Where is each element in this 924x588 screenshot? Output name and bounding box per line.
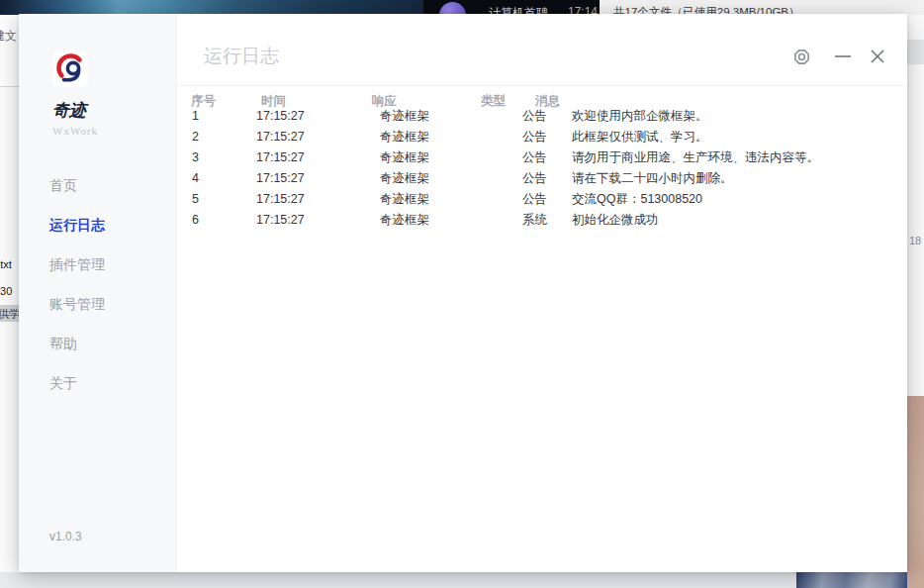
log-cell-message: 初始化企微成功 <box>572 210 659 231</box>
background-photo-corner <box>907 572 924 588</box>
minimize-icon <box>835 55 851 57</box>
log-cell-message: 欢迎使用内部企微框架。 <box>572 106 708 127</box>
log-cell-time: 17:15:27 <box>256 168 305 189</box>
version-label: v1.0.3 <box>49 529 82 544</box>
log-row: 417:15:27奇迹框架公告请在下载二十四小时内删除。 <box>177 168 907 189</box>
log-cell-time: 17:15:27 <box>256 210 305 231</box>
brand-subtitle: WxWork <box>52 125 98 137</box>
log-cell-response: 奇迹框架 <box>380 106 429 127</box>
sidebar-item-home[interactable]: 首页 <box>49 166 176 206</box>
sidebar: 奇迹 WxWork 首页运行日志插件管理账号管理帮助关于 v1.0.3 <box>19 14 177 572</box>
background-fragment-text: 建文 <box>0 28 17 45</box>
background-fragment-number: 130 <box>0 285 12 297</box>
miracle-logo-icon <box>52 51 88 87</box>
log-cell-no: 3 <box>192 147 199 168</box>
log-row: 217:15:27奇迹框架公告此框架仅供测试、学习。 <box>177 127 907 147</box>
log-cell-type: 公告 <box>522 168 547 189</box>
background-fragment-18: 18 <box>909 235 921 246</box>
log-cell-message: 此框架仅供测试、学习。 <box>572 127 708 147</box>
log-rows: 117:15:27奇迹框架公告欢迎使用内部企微框架。217:15:27奇迹框架公… <box>177 106 907 231</box>
background-fragment-note: 供学 <box>0 307 19 322</box>
log-row: 617:15:27奇迹框架系统初始化企微成功 <box>177 210 907 231</box>
log-cell-type: 公告 <box>522 127 547 147</box>
sidebar-item-account-manage[interactable]: 账号管理 <box>49 285 176 325</box>
background-photo-edge <box>907 396 924 572</box>
log-cell-message: 请勿用于商业用途、生产环境、违法内容等。 <box>572 147 819 168</box>
log-row: 317:15:27奇迹框架公告请勿用于商业用途、生产环境、违法内容等。 <box>177 147 907 168</box>
settings-icon <box>792 48 811 66</box>
log-cell-response: 奇迹框架 <box>380 147 429 168</box>
sidebar-item-plugin-manage[interactable]: 插件管理 <box>49 245 176 285</box>
close-icon <box>869 48 886 65</box>
sidebar-item-about[interactable]: 关于 <box>49 364 176 404</box>
log-cell-response: 奇迹框架 <box>380 189 429 210</box>
log-cell-time: 17:15:27 <box>256 189 305 210</box>
log-cell-no: 2 <box>192 127 199 147</box>
log-cell-time: 17:15:27 <box>256 147 305 168</box>
log-cell-type: 公告 <box>522 147 547 168</box>
log-cell-type: 公告 <box>522 189 547 210</box>
background-right-strip: 18 <box>907 15 924 572</box>
background-files-summary: 共17个文件（已使用29.3MB/10GB） <box>600 0 924 15</box>
background-band <box>907 40 924 64</box>
log-cell-response: 奇迹框架 <box>380 127 429 147</box>
log-cell-message: 请在下载二十四小时内删除。 <box>572 168 733 189</box>
settings-button[interactable] <box>788 44 814 69</box>
background-wallpaper-strip <box>0 0 425 15</box>
background-dark-titlebar: 计算机首聘 17:14 <box>423 0 600 15</box>
brand-name: 奇迹 <box>52 99 86 122</box>
app-window: 奇迹 WxWork 首页运行日志插件管理账号管理帮助关于 v1.0.3 运行日志 <box>19 14 907 572</box>
log-table-header: 序号 时间 响应 类型 消息 <box>177 85 907 106</box>
close-button[interactable] <box>865 44 890 69</box>
log-row: 517:15:27奇迹框架公告交流QQ群：513008520 <box>177 189 907 210</box>
log-cell-response: 奇迹框架 <box>380 210 429 231</box>
content-pane: 运行日志 序号 时间 响应 <box>177 14 907 572</box>
log-cell-message: 交流QQ群：513008520 <box>572 189 702 210</box>
log-cell-time: 17:15:27 <box>256 106 305 127</box>
log-cell-response: 奇迹框架 <box>380 168 429 189</box>
log-cell-type: 公告 <box>522 106 547 127</box>
log-cell-no: 6 <box>192 210 199 231</box>
page-title: 运行日志 <box>204 44 279 69</box>
sidebar-nav: 首页运行日志插件管理账号管理帮助关于 <box>49 166 176 404</box>
log-row: 117:15:27奇迹框架公告欢迎使用内部企微框架。 <box>177 106 907 127</box>
log-cell-type: 系统 <box>522 210 547 231</box>
minimize-button[interactable] <box>830 44 856 69</box>
log-cell-time: 17:15:27 <box>256 127 305 147</box>
sidebar-item-help[interactable]: 帮助 <box>49 325 176 364</box>
divider <box>0 86 19 87</box>
log-cell-no: 1 <box>192 106 199 127</box>
desktop-background: 计算机首聘 17:14 共17个文件（已使用29.3MB/10GB） 建文 0.… <box>0 0 924 588</box>
log-cell-no: 4 <box>192 168 199 189</box>
log-cell-no: 5 <box>192 189 199 210</box>
sidebar-item-run-log[interactable]: 运行日志 <box>49 206 176 245</box>
background-bottom-strip <box>0 572 924 588</box>
background-fragment-filename: 0.txt <box>0 258 12 270</box>
log-table: 序号 时间 响应 类型 消息 117:15:27奇迹框架公告欢迎使用内部企微框架… <box>177 85 907 572</box>
background-left-strip: 建文 0.txt 130 供学 <box>0 15 19 572</box>
